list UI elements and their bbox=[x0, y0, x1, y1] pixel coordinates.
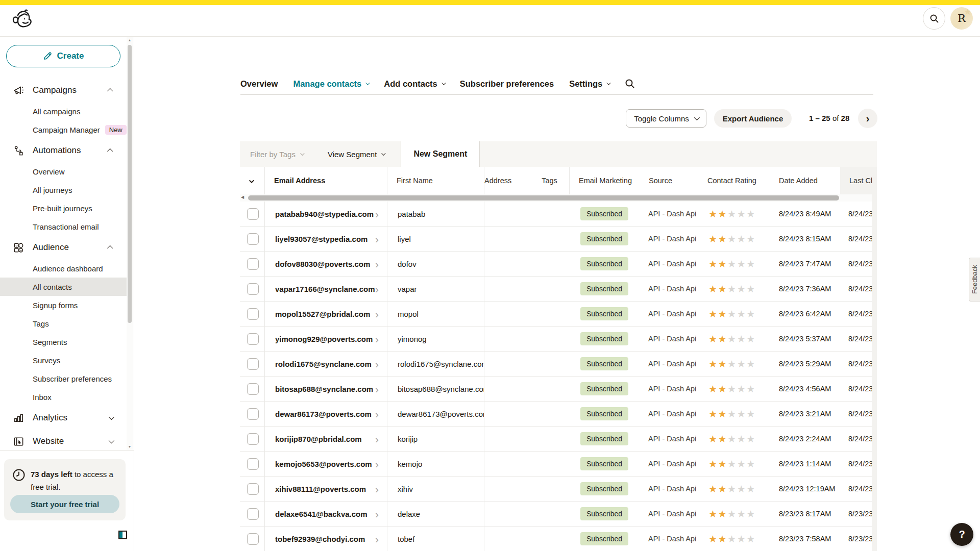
row-checkbox[interactable] bbox=[247, 483, 259, 495]
create-button[interactable]: Create bbox=[6, 45, 120, 67]
sidebar-item-all-contacts[interactable]: All contacts bbox=[0, 278, 127, 296]
col-header-contact-rating[interactable]: Contact Rating bbox=[698, 177, 770, 185]
col-header-email-marketing[interactable]: Email Marketing bbox=[569, 167, 640, 194]
export-audience-button[interactable]: Export Audience bbox=[714, 109, 792, 128]
select-all-dropdown[interactable] bbox=[240, 177, 264, 185]
tab-settings[interactable]: Settings bbox=[569, 79, 609, 89]
sidebar-item-all-journeys[interactable]: All journeys bbox=[0, 181, 127, 199]
row-checkbox[interactable] bbox=[247, 458, 259, 470]
new-segment-button[interactable]: New Segment bbox=[401, 141, 480, 167]
contact-email[interactable]: rolodi1675@synclane.com bbox=[275, 360, 372, 368]
row-chevron-right-icon[interactable]: › bbox=[375, 459, 379, 469]
contact-tags bbox=[530, 477, 569, 501]
sidebar-item-signup-forms[interactable]: Signup forms bbox=[0, 296, 127, 314]
horizontal-scrollbar-thumb[interactable] bbox=[248, 195, 839, 201]
row-chevron-right-icon[interactable]: › bbox=[375, 234, 379, 244]
main-content: Overview Manage contacts Add contacts Su… bbox=[134, 37, 980, 551]
contact-email[interactable]: dofov88030@poverts.com bbox=[275, 260, 370, 268]
sidebar-scrollbar-thumb[interactable] bbox=[128, 45, 132, 323]
col-header-source[interactable]: Source bbox=[640, 177, 698, 185]
contact-email[interactable]: tobef92939@chodyi.com bbox=[275, 535, 365, 543]
contact-email[interactable]: dewar86173@poverts.com bbox=[275, 410, 372, 418]
col-header-first-name[interactable]: First Name bbox=[387, 167, 484, 194]
contact-email[interactable]: yimonog929@poverts.com bbox=[275, 335, 373, 343]
scroll-down-arrow-icon[interactable]: ▼ bbox=[127, 445, 133, 448]
audience-nav-tabs: Overview Manage contacts Add contacts Su… bbox=[240, 73, 635, 94]
start-free-trial-button[interactable]: Start your free trial bbox=[10, 495, 119, 513]
sidebar-item-subscriber-preferences[interactable]: Subscriber preferences bbox=[0, 369, 127, 388]
sidebar-item-inbox[interactable]: Inbox bbox=[0, 388, 127, 406]
tab-add-contacts[interactable]: Add contacts bbox=[384, 79, 445, 89]
sidebar-section-automations[interactable]: Automations bbox=[0, 139, 127, 162]
contact-email[interactable]: liyel93057@stypedia.com bbox=[275, 235, 368, 243]
col-header-address[interactable]: Address bbox=[484, 167, 530, 194]
sidebar-item-all-campaigns[interactable]: All campaigns bbox=[0, 102, 127, 120]
tab-manage-contacts[interactable]: Manage contacts bbox=[293, 79, 369, 89]
contact-email[interactable]: patabab940@stypedia.com bbox=[275, 210, 374, 218]
row-checkbox[interactable] bbox=[247, 383, 259, 395]
row-chevron-right-icon[interactable]: › bbox=[375, 209, 379, 219]
col-header-date-added[interactable]: Date Added bbox=[770, 177, 840, 185]
mailchimp-logo-icon[interactable] bbox=[11, 8, 35, 32]
row-checkbox[interactable] bbox=[247, 358, 259, 370]
row-checkbox[interactable] bbox=[247, 258, 259, 270]
sidebar-item-prebuilt-journeys[interactable]: Pre-built journeys bbox=[0, 199, 127, 217]
sidebar-scrollbar[interactable]: ▲ ▼ bbox=[127, 37, 133, 450]
row-chevron-right-icon[interactable]: › bbox=[375, 384, 379, 394]
row-chevron-right-icon[interactable]: › bbox=[375, 259, 379, 269]
sidebar-section-analytics[interactable]: Analytics bbox=[0, 406, 127, 430]
row-chevron-right-icon[interactable]: › bbox=[375, 359, 379, 369]
scroll-left-arrow-icon[interactable]: ◀ bbox=[241, 195, 244, 199]
sidebar-item-surveys[interactable]: Surveys bbox=[0, 351, 127, 369]
tabs-search-button[interactable] bbox=[625, 79, 635, 89]
next-page-button[interactable]: › bbox=[858, 109, 877, 128]
feedback-tab[interactable]: Feedback bbox=[969, 258, 980, 302]
tab-overview[interactable]: Overview bbox=[240, 79, 278, 89]
row-chevron-right-icon[interactable]: › bbox=[375, 334, 379, 344]
row-checkbox[interactable] bbox=[247, 533, 259, 545]
account-avatar[interactable]: R bbox=[950, 7, 973, 30]
row-checkbox[interactable] bbox=[247, 408, 259, 420]
help-button[interactable]: ? bbox=[950, 523, 973, 546]
contact-email[interactable]: vapar17166@synclane.com bbox=[275, 285, 375, 293]
contact-address bbox=[484, 452, 530, 476]
contact-email[interactable]: kemojo5653@poverts.com bbox=[275, 460, 372, 468]
contact-email[interactable]: delaxe6541@backva.com bbox=[275, 510, 368, 518]
row-checkbox[interactable] bbox=[247, 433, 259, 445]
row-checkbox[interactable] bbox=[247, 233, 259, 245]
sidebar-item-automations-overview[interactable]: Overview bbox=[0, 162, 127, 181]
row-chevron-right-icon[interactable]: › bbox=[375, 309, 379, 319]
sidebar-item-segments[interactable]: Segments bbox=[0, 333, 127, 351]
table-horizontal-scrollbar[interactable]: ◀ ▶ bbox=[240, 194, 877, 202]
sidebar-item-campaign-manager[interactable]: Campaign Manager New bbox=[0, 120, 127, 139]
contact-email[interactable]: mopol15527@pbridal.com bbox=[275, 310, 370, 318]
topbar-search-button[interactable] bbox=[923, 7, 945, 30]
row-checkbox[interactable] bbox=[247, 283, 259, 295]
tab-subscriber-preferences[interactable]: Subscriber preferences bbox=[460, 79, 554, 89]
row-checkbox[interactable] bbox=[247, 308, 259, 320]
sidebar-collapse-toggle-icon[interactable] bbox=[118, 531, 127, 539]
row-chevron-right-icon[interactable]: › bbox=[375, 484, 379, 494]
sidebar-section-campaigns[interactable]: Campaigns bbox=[0, 79, 127, 102]
scroll-up-arrow-icon[interactable]: ▲ bbox=[127, 38, 133, 42]
row-chevron-right-icon[interactable]: › bbox=[375, 284, 379, 294]
row-chevron-right-icon[interactable]: › bbox=[375, 434, 379, 444]
contact-email[interactable]: xihiv88111@poverts.com bbox=[275, 485, 366, 493]
sidebar-item-tags[interactable]: Tags bbox=[0, 314, 127, 333]
contact-email[interactable]: korijip870@pbridal.com bbox=[275, 435, 362, 443]
col-header-tags[interactable]: Tags bbox=[530, 177, 569, 185]
row-checkbox[interactable] bbox=[247, 508, 259, 520]
filter-by-tags-dropdown[interactable]: Filter by Tags bbox=[240, 141, 313, 167]
row-chevron-right-icon[interactable]: › bbox=[375, 534, 379, 544]
toggle-columns-button[interactable]: Toggle Columns bbox=[626, 109, 706, 128]
sidebar-item-audience-dashboard[interactable]: Audience dashboard bbox=[0, 259, 127, 278]
sidebar-item-transactional-email[interactable]: Transactional email bbox=[0, 217, 127, 236]
row-chevron-right-icon[interactable]: › bbox=[375, 509, 379, 519]
sidebar-section-audience[interactable]: Audience bbox=[0, 236, 127, 259]
contact-email[interactable]: bitosap688@synclane.com bbox=[275, 385, 373, 393]
view-segment-dropdown[interactable]: View Segment bbox=[317, 141, 395, 167]
col-header-email[interactable]: Email Address bbox=[264, 167, 387, 194]
row-checkbox[interactable] bbox=[247, 333, 259, 345]
row-checkbox[interactable] bbox=[247, 208, 259, 220]
row-chevron-right-icon[interactable]: › bbox=[375, 409, 379, 419]
